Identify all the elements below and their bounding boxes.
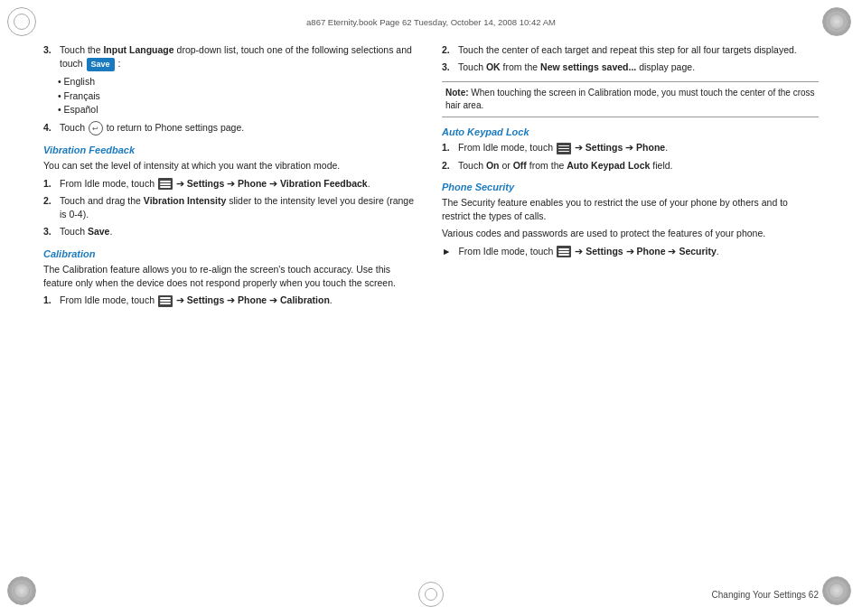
- menu-icon-3: [557, 143, 571, 154]
- bottom-center-decoration: [418, 582, 444, 607]
- auto-keypad-step2-num: 2.: [442, 159, 454, 173]
- vibration-step2-text: Touch and drag the Vibration Intensity s…: [60, 194, 420, 221]
- page-container: a867 Eternity.book Page 62 Tuesday, Octo…: [0, 0, 862, 616]
- left-column: 3. Touch the Input Language drop-down li…: [43, 40, 420, 576]
- vibration-step2-num: 2.: [43, 194, 56, 221]
- vibration-step2: 2. Touch and drag the Vibration Intensit…: [43, 194, 420, 221]
- auto-keypad-step1: 1. From Idle mode, touch ➔ Settings ➔ Ph…: [442, 141, 819, 154]
- calibration-heading: Calibration: [43, 248, 420, 259]
- calibration-step1: 1. From Idle mode, touch ➔ Settings ➔ Ph…: [43, 294, 420, 307]
- calibration-body: The Calibration feature allows you to re…: [43, 263, 420, 290]
- corner-br: [822, 576, 855, 609]
- vibration-step3: 3. Touch Save.: [43, 225, 420, 238]
- vibration-step1: 1. From Idle mode, touch ➔ Settings ➔ Ph…: [43, 177, 420, 191]
- step3-item: 3. Touch the Input Language drop-down li…: [43, 43, 420, 71]
- phone-security-body2: Various codes and passwords are used to …: [442, 227, 819, 240]
- calibration-step1-text: From Idle mode, touch ➔ Settings ➔ Phone…: [60, 294, 420, 307]
- calibration-step3-num: 3.: [442, 61, 454, 74]
- calibration-step2: 2. Touch the center of each target and r…: [442, 43, 819, 57]
- bullet-espanol: • Español: [43, 103, 420, 117]
- corner-tr: [822, 7, 855, 40]
- calibration-step3: 3. Touch OK from the New settings saved.…: [442, 61, 819, 74]
- menu-icon-4: [557, 246, 571, 257]
- vibration-step3-num: 3.: [43, 225, 56, 238]
- vibration-step1-text: From Idle mode, touch ➔ Settings ➔ Phone…: [60, 177, 420, 191]
- step4-text: Touch ↩ to return to Phone settings page…: [60, 121, 420, 135]
- phone-security-step: ► From Idle mode, touch ➔ Settings ➔ Pho…: [442, 245, 819, 258]
- note-box: Note: When touching the screen in Calibr…: [442, 81, 819, 117]
- auto-keypad-step2: 2. Touch On or Off from the Auto Keypad …: [442, 159, 819, 173]
- vibration-step3-text: Touch Save.: [60, 225, 420, 238]
- header-text: a867 Eternity.book Page 62 Tuesday, Octo…: [306, 17, 556, 27]
- vibration-heading: Vibration Feedback: [43, 145, 420, 155]
- step3-text: Touch the Input Language drop-down list,…: [60, 43, 420, 71]
- auto-keypad-step1-text: From Idle mode, touch ➔ Settings ➔ Phone…: [458, 141, 819, 154]
- back-icon: ↩: [89, 121, 103, 135]
- phone-security-text: From Idle mode, touch ➔ Settings ➔ Phone…: [458, 245, 819, 258]
- note-label: Note:: [445, 88, 469, 98]
- auto-keypad-step2-text: Touch On or Off from the Auto Keypad Loc…: [458, 159, 819, 173]
- right-column: 2. Touch the center of each target and r…: [442, 40, 819, 576]
- save-button-inline: Save: [87, 58, 115, 71]
- header-bar: a867 Eternity.book Page 62 Tuesday, Octo…: [43, 13, 819, 31]
- menu-icon-1: [158, 178, 173, 190]
- vibration-step1-num: 1.: [43, 177, 56, 191]
- calibration-step3-text: Touch OK from the New settings saved... …: [458, 61, 819, 74]
- auto-keypad-step1-num: 1.: [442, 141, 454, 154]
- bullet-francais: • Français: [43, 89, 420, 104]
- step4-num: 4.: [43, 121, 56, 135]
- calibration-step2-text: Touch the center of each target and repe…: [458, 43, 819, 57]
- calibration-step1-num: 1.: [43, 294, 56, 307]
- auto-keypad-heading: Auto Keypad Lock: [442, 126, 819, 137]
- vibration-body: You can set the level of intensity at wh…: [43, 159, 420, 173]
- phone-security-body1: The Security feature enables you to rest…: [442, 196, 819, 223]
- phone-security-heading: Phone Security: [442, 182, 819, 192]
- step4-item: 4. Touch ↩ to return to Phone settings p…: [43, 121, 420, 135]
- note-text: When touching the screen in Calibration …: [445, 88, 815, 110]
- footer-text: Changing Your Settings 62: [712, 590, 819, 600]
- corner-bl: [7, 576, 40, 609]
- step3-num: 3.: [43, 43, 56, 71]
- phone-security-arrow: ►: [442, 245, 454, 258]
- content-area: 3. Touch the Input Language drop-down li…: [43, 40, 819, 576]
- menu-icon-2: [158, 295, 173, 307]
- bullet-english: • English: [43, 75, 420, 89]
- corner-tl: [7, 7, 40, 40]
- calibration-step2-num: 2.: [442, 43, 454, 57]
